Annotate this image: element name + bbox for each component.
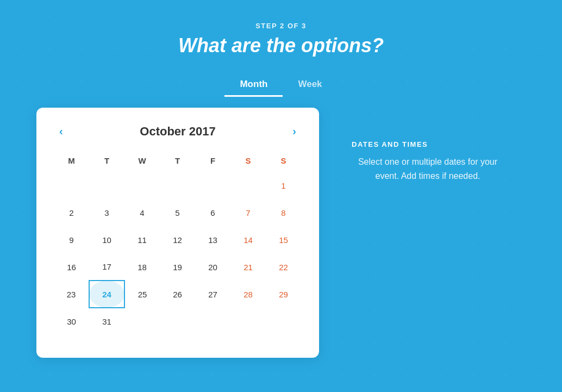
calendar-day-header: W [124,153,160,172]
calendar-day [195,172,230,199]
calendar-day-header: S [230,153,266,172]
calendar-day[interactable]: 5 [160,199,195,226]
calendar-day[interactable]: 2 [54,199,89,226]
calendar-day[interactable]: 27 [195,281,230,308]
tab-month[interactable]: Month [224,73,283,97]
calendar-day[interactable]: 6 [195,199,230,226]
calendar-header: ‹ October 2017 › [54,123,302,140]
calendar-day[interactable]: 11 [124,226,160,253]
calendar-day[interactable]: 1 [266,172,301,199]
calendar-day [124,308,160,335]
calendar-day-header: M [54,153,89,172]
calendar-grid: MTWTFSS 12345678910111213141516171819202… [54,153,302,335]
calendar-day[interactable]: 7 [230,199,266,226]
calendar-day[interactable]: 28 [230,281,266,308]
calendar-day[interactable]: 3 [89,199,124,226]
main-area: ‹ October 2017 › MTWTFSS 123456789101112… [36,108,526,358]
calendar-day[interactable]: 14 [230,226,266,253]
calendar-day [266,308,301,335]
calendar-day[interactable]: 25 [124,281,160,308]
calendar-day[interactable]: 29 [266,281,301,308]
calendar-day [89,172,124,199]
side-info-title: DATES AND TIMES [352,140,504,148]
calendar-day[interactable]: 12 [160,226,195,253]
calendar-day[interactable]: 17 [89,253,124,281]
calendar-day-header: S [266,153,301,172]
calendar-day[interactable]: 19 [160,253,195,281]
page-title: What are the options? [178,34,384,57]
step-label: STEP 2 OF 3 [255,22,307,30]
calendar-month-title: October 2017 [140,125,215,139]
tab-week[interactable]: Week [283,73,337,97]
calendar-day[interactable]: 31 [89,308,124,335]
calendar-day[interactable]: 10 [89,226,124,253]
calendar-day[interactable]: 13 [195,226,230,253]
calendar-day [160,172,195,199]
calendar-day[interactable]: 16 [54,253,89,281]
calendar-day [124,172,160,199]
prev-month-button[interactable]: ‹ [54,123,68,140]
side-info: DATES AND TIMES Select one or multiple d… [352,108,504,183]
calendar-card: ‹ October 2017 › MTWTFSS 123456789101112… [36,108,319,358]
calendar-day [160,308,195,335]
side-info-description: Select one or multiple dates for your ev… [352,155,504,183]
calendar-day [230,172,266,199]
calendar-day-header: T [89,153,124,172]
calendar-day [230,308,266,335]
calendar-day[interactable]: 18 [124,253,160,281]
calendar-day-header: T [160,153,195,172]
tabs-container: Month Week [224,73,337,97]
calendar-day[interactable]: 15 [266,226,301,253]
calendar-day[interactable]: 30 [54,308,89,335]
calendar-day[interactable]: 21 [230,253,266,281]
calendar-day [54,172,89,199]
calendar-day-header: F [195,153,230,172]
next-month-button[interactable]: › [287,123,302,140]
calendar-day[interactable]: 22 [266,253,301,281]
calendar-day[interactable]: 9 [54,226,89,253]
calendar-day[interactable]: 26 [160,281,195,308]
calendar-day[interactable]: 8 [266,199,301,226]
calendar-day[interactable]: 20 [195,253,230,281]
calendar-day[interactable]: 23 [54,281,89,308]
calendar-day[interactable]: 24 [89,281,124,308]
calendar-day [195,308,230,335]
calendar-day[interactable]: 4 [124,199,160,226]
